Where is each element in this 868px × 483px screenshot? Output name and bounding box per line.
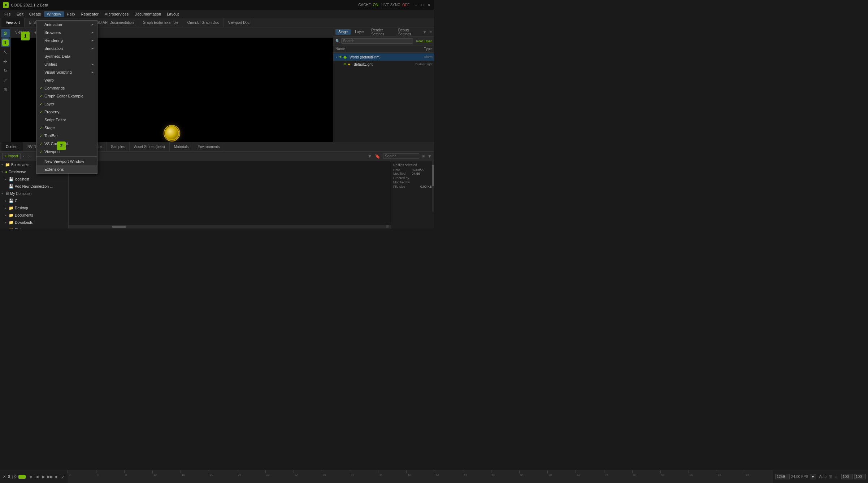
btm-tab-environments[interactable]: Environments [193,142,224,151]
dd-layer[interactable]: ✓ Layer [36,100,97,108]
stage-tab-render-settings[interactable]: Render Settings [368,27,394,37]
tool-settings[interactable]: ⚙ [1,29,10,38]
bookmark-icon[interactable]: 🔖 [375,154,380,159]
ft-toggle-localhost[interactable]: ▸ [5,178,9,181]
tool-snap[interactable]: ⊞ [1,85,10,94]
close-button[interactable]: ✕ [427,3,431,7]
ft-toggle-pictures[interactable]: ▸ [5,228,9,229]
ft-icon-cdrive: 💾 [9,199,14,203]
grid-filter-icon[interactable]: ▼ [428,154,432,159]
ft-label-omniverse: Omniverse [9,170,26,174]
stage-tab-stage[interactable]: Stage [335,29,351,35]
ft-toggle-desktop[interactable]: ▸ [5,206,9,210]
stage-filter-icon[interactable]: ▼ [423,30,427,34]
btm-tab-asset-stores[interactable]: Asset Stores (beta) [130,142,170,151]
ft-documents[interactable]: ▸ 📁 Documents [0,212,68,219]
menu-edit[interactable]: Edit [14,11,26,17]
stage-tab-layer[interactable]: Layer [352,29,367,35]
ft-toggle-omniverse[interactable]: ▾ [1,170,5,174]
menu-documentation[interactable]: Documentation [131,11,164,17]
ft-toggle-mycomputer[interactable]: ▾ [1,192,5,195]
btm-tab-materials[interactable]: Materials [170,142,194,151]
dd-check-property: ✓ [39,110,44,114]
dd-synthetic-data[interactable]: Synthetic Data [36,52,97,60]
menu-microservices[interactable]: Microservices [101,11,131,17]
tab-graph-editor[interactable]: Graph Editor Example [138,18,183,27]
menu-window[interactable]: Window [44,11,64,17]
dd-commands[interactable]: ✓ Commands [36,84,97,92]
filter-icon[interactable]: ▼ [368,154,372,159]
dd-check-viewport: ✓ [39,149,44,154]
menu-layout[interactable]: Layout [164,11,182,17]
dd-label-script-editor: Script Editor [44,118,94,122]
ft-c-drive[interactable]: ▸ 💾 C: [0,197,68,204]
ft-add-connection[interactable]: 💾 Add New Connection ... [0,183,68,190]
dd-warp[interactable]: Warp [36,76,97,84]
btm-tab-content[interactable]: Content [1,142,23,151]
ft-pictures[interactable]: ▸ 📁 Pictures [0,226,68,229]
dd-vscode-link[interactable]: ✓ VS Code Link [36,140,97,148]
list-view-icon[interactable]: ≡ [422,154,425,159]
dd-stage[interactable]: ✓ Stage [36,124,97,132]
dd-label-rendering: Rendering [44,38,91,43]
menu-create[interactable]: Create [26,11,44,17]
stage-tab-debug-settings[interactable]: Debug Settings [395,27,420,37]
ft-mycomputer[interactable]: ▾ 🖥 My Computer [0,190,68,197]
ft-localhost[interactable]: ▸ 💾 localhost [0,175,68,183]
content-search-input[interactable] [383,153,419,159]
menu-help[interactable]: Help [64,11,78,17]
nav-next-button[interactable]: › [27,153,31,159]
ft-downloads[interactable]: ▸ 📁 Downloads [0,219,68,226]
dd-label-commands: Commands [44,86,94,90]
tool-rotate[interactable]: ↻ [1,66,10,75]
ft-desktop[interactable]: ▸ 📁 Desktop [0,204,68,212]
tool-select[interactable]: ↖ [1,48,10,56]
dd-browsers[interactable]: Browsers ► [36,29,97,36]
nav-prev-button[interactable]: ‹ [22,153,26,159]
tree-row-world[interactable]: ▾ 👁 ◆ World (defaultPrim) Xform [333,53,434,61]
dd-rendering[interactable]: Rendering ► [36,36,97,44]
ft-icon-documents: 📁 [9,213,14,218]
minimize-button[interactable]: ─ [414,3,418,7]
ft-toggle-cdrive[interactable]: ▸ [5,199,9,203]
tool-move[interactable]: ✛ [1,57,10,66]
tab-omnui-graph-doc[interactable]: Omni.UI Graph Doc [183,18,224,27]
stage-root-layer: Root Layer [416,39,432,43]
dd-property[interactable]: ✓ Property [36,108,97,116]
tree-row-defaultlight[interactable]: 👁 ● defaultLight DistantLight [333,61,434,68]
ft-toggle-documents[interactable]: ▸ [5,214,9,217]
dd-graph-editor-example[interactable]: ✓ Graph Editor Example [36,92,97,100]
btm-tab-samples[interactable]: Samples [107,142,130,151]
tab-viewport[interactable]: Viewport [1,18,25,27]
tab-viewport-doc[interactable]: Viewport Doc [224,18,254,27]
maximize-button[interactable]: □ [420,3,425,7]
tree-toggle-world[interactable]: ▾ [335,55,338,59]
import-button[interactable]: + Import [2,153,21,159]
stage-search-input[interactable] [341,38,413,44]
dd-check-layer: ✓ [39,102,44,106]
dd-label-viewport: Viewport [44,149,94,154]
dd-viewport[interactable]: ✓ Viewport [36,148,97,156]
ft-toggle-bookmarks[interactable]: ▾ [1,163,5,166]
ft-toggle-downloads[interactable]: ▸ [5,221,9,224]
app-icon: ◈ [3,2,9,8]
dd-extensions[interactable]: Extensions [36,165,97,173]
tree-eye-defaultlight[interactable]: 👁 [343,62,347,66]
dd-visual-scripting[interactable]: Visual Scripting ► [36,68,97,76]
dd-animation[interactable]: Animation ► [36,21,97,29]
dd-utilities[interactable]: Utilities ► [36,60,97,68]
menu-replicator[interactable]: Replicator [78,11,101,17]
tool-scale[interactable]: ⤢ [1,76,10,84]
grid-view-button[interactable]: ⊞ [386,224,389,228]
tree-eye-world[interactable]: 👁 [339,55,342,59]
step-badge-1: 1 [2,39,9,46]
menu-file[interactable]: File [1,11,14,17]
dd-simulation[interactable]: Simulation ► [36,44,97,52]
scrollbar-thumb[interactable] [112,226,126,228]
dd-script-editor[interactable]: Script Editor [36,116,97,124]
dd-toolbar[interactable]: ✓ ToolBar [36,132,97,140]
dd-new-viewport[interactable]: New Viewport Window [36,157,97,165]
stage-menu-icon[interactable]: ≡ [430,30,432,34]
scrollbar-h[interactable]: ⊞ [69,225,391,229]
window-controls[interactable]: ─ □ ✕ [414,3,431,7]
